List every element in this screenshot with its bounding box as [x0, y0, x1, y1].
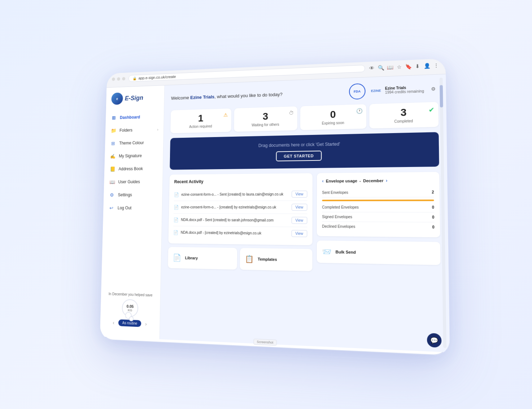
sidebar-item-theme-colour[interactable]: ⊞ Theme Colour	[105, 136, 163, 150]
eco-next-button[interactable]: ›	[145, 321, 147, 327]
eco-unit: KG	[126, 308, 134, 312]
get-started-button[interactable]: GET STARTED	[276, 151, 322, 162]
templates-icon: 📋	[244, 254, 254, 264]
document-icon: 📄	[174, 217, 178, 222]
checkmark-icon: ✔	[428, 106, 435, 114]
folders-icon: 📁	[110, 127, 116, 133]
bulk-send-label: Bulk Send	[336, 250, 356, 254]
sidebar-item-label: User Guides	[118, 179, 140, 184]
envelope-row-count: 2	[432, 190, 434, 194]
settings-icon: ⚙	[109, 192, 115, 198]
stat-label: Action required	[176, 124, 226, 129]
envelope-row-label: Completed Envelopes	[322, 205, 359, 209]
cta-text: Drag documents here or click 'Get Starte…	[177, 140, 431, 149]
more-options-icon[interactable]: ⋮	[433, 62, 440, 69]
bookmark-icon[interactable]: ☆	[396, 64, 402, 70]
bulk-send-card[interactable]: 📨 Bulk Send	[317, 241, 441, 265]
main-content: Welcome Ezine Trials, what would you lik…	[160, 74, 450, 352]
header-right: FDA EZINE Ezine Trials 1994 credits rema…	[349, 80, 438, 100]
stat-expiring-soon[interactable]: 🕐 0 Expiring soon	[300, 104, 366, 130]
sidebar-item-user-guides[interactable]: 📖 User Guides	[104, 175, 163, 188]
envelope-title: Envelope usage	[326, 179, 357, 183]
page-header: Welcome Ezine Trials, what would you lik…	[171, 80, 439, 106]
welcome-name: Ezine Trials	[190, 94, 214, 100]
eco-section: In December you helped save 0.05 KG ‹ As…	[100, 286, 160, 333]
envelope-month: December	[363, 178, 383, 183]
envelope-row-label: Declined Envelopes	[322, 224, 355, 229]
sidebar-item-log-out[interactable]: ↩ Log Out	[103, 201, 162, 215]
address-book-icon: 📒	[109, 166, 115, 172]
app-container: e E-Sign ⊞ Dashboard 📁 Folders › ⊞ Theme…	[100, 74, 450, 352]
activity-text: ezine-consent-form-o... - [created] by e…	[181, 205, 289, 209]
sidebar-item-label: Address Book	[118, 166, 143, 171]
sent-progress-bar-fill	[322, 199, 434, 201]
library-icon: 📄	[172, 252, 182, 263]
logo-area: e E-Sign	[106, 91, 165, 112]
sidebar-item-dashboard[interactable]: ⊞ Dashboard	[106, 110, 164, 124]
scrollbar-thumb[interactable]	[440, 85, 443, 107]
templates-card[interactable]: 📋 Templates	[240, 248, 312, 271]
document-icon: 📄	[174, 204, 178, 210]
right-column: ‹ Envelope usage - December › Sent Envel…	[317, 172, 441, 274]
envelope-title-dash: -	[359, 179, 361, 183]
sidebar-item-my-signature[interactable]: ✍ My Signature	[105, 149, 163, 163]
fda-logo: FDA	[349, 83, 366, 100]
quick-links: 📄 Library 📋 Templates	[168, 247, 312, 271]
activity-item: 📄 NDA.docx.pdf - Sent [created] to sarah…	[173, 214, 307, 227]
eco-amount-value: 0.05	[127, 304, 134, 308]
stats-row: ⚠ 1 Action required ⏱ 3 Waiting for othe…	[170, 102, 439, 133]
activity-item: 📄 ezine-consent-form-o... - Sent [create…	[174, 188, 308, 201]
logo-text: E-Sign	[125, 94, 143, 102]
chevron-right-icon: ›	[157, 128, 158, 131]
envelope-row-count: 0	[432, 215, 434, 220]
envelope-row-signed: Signed Envelopes 0	[322, 212, 434, 222]
envelope-row-label: Signed Envelopes	[322, 215, 352, 219]
view-button[interactable]: View	[291, 230, 307, 237]
sidebar-item-address-book[interactable]: 📒 Address Book	[104, 162, 163, 176]
save-page-icon[interactable]: 🔖	[405, 63, 411, 70]
document-icon: 📄	[174, 192, 179, 197]
profile-icon[interactable]: 👤	[424, 63, 430, 69]
theme-colour-icon: ⊞	[110, 140, 116, 146]
sidebar-item-settings[interactable]: ⚙ Settings	[104, 188, 162, 202]
stat-completed[interactable]: ✔ 3 Completed	[369, 102, 439, 129]
activity-text: NDA.docx.pdf - [created] by ezinetrials@…	[181, 230, 288, 236]
activity-section: Recent Activity 📄 ezine-consent-form-o..…	[168, 173, 313, 271]
download-icon[interactable]: ⬇	[414, 63, 420, 69]
logo-icon: e	[111, 92, 123, 105]
user-guides-icon: 📖	[109, 179, 115, 185]
log-out-icon: ↩	[109, 205, 115, 211]
timer-icon: ⏱	[289, 110, 294, 116]
welcome-message: Welcome Ezine Trials, what would you lik…	[171, 91, 283, 101]
sidebar-item-label: Log Out	[118, 206, 132, 210]
user-details: Ezine Trials 1994 credits remaining	[385, 85, 424, 94]
stat-label: Expiring soon	[306, 120, 361, 126]
envelope-row-declined: Declined Envelopes 0	[322, 222, 434, 232]
sidebar-item-folders[interactable]: 📁 Folders ›	[105, 123, 164, 137]
sidebar: e E-Sign ⊞ Dashboard 📁 Folders › ⊞ Theme…	[100, 85, 165, 339]
library-card[interactable]: 📄 Library	[168, 247, 237, 270]
url-text: app.e-sign.co.uk/create	[139, 75, 176, 80]
stat-label: Completed	[375, 118, 432, 124]
clock-icon: 🕐	[356, 108, 363, 114]
view-button[interactable]: View	[291, 204, 307, 211]
stat-label: Waiting for others	[240, 122, 292, 128]
header-settings-icon[interactable]: ⚙	[429, 84, 438, 93]
view-button[interactable]: View	[291, 191, 307, 198]
user-logo: EZINE	[370, 85, 382, 97]
sidebar-item-label: Dashboard	[120, 115, 140, 120]
welcome-prefix: Welcome	[171, 95, 190, 101]
stat-action-required[interactable]: ⚠ 1 Action required	[170, 109, 231, 133]
library-label: Library	[185, 256, 198, 260]
envelope-row-sent: Sent Envelopes 2	[322, 188, 434, 198]
screenshot-label: Screenshot	[253, 339, 276, 346]
sidebar-item-label: Folders	[119, 128, 132, 133]
stat-waiting-others[interactable]: ⏱ 3 Waiting for others	[234, 106, 297, 132]
bottom-grid: Recent Activity 📄 ezine-consent-form-o..…	[168, 172, 441, 274]
view-button[interactable]: View	[291, 217, 307, 224]
envelope-row-completed: Completed Envelopes 0	[322, 203, 434, 212]
activity-item: 📄 NDA.docx.pdf - [created] by ezinetrial…	[173, 226, 308, 240]
eco-prev-button[interactable]: ‹	[113, 320, 114, 325]
document-icon: 📄	[173, 230, 178, 235]
envelope-row-label: Sent Envelopes	[322, 190, 348, 194]
